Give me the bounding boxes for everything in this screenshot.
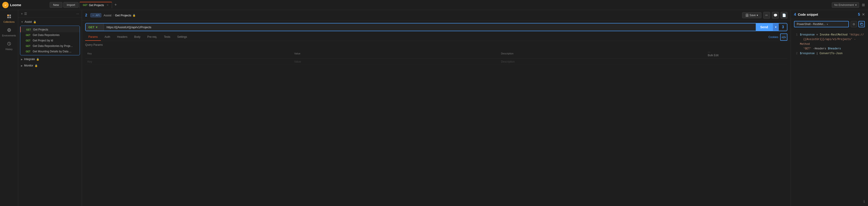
description-column-header: Description bbox=[499, 49, 706, 59]
topbar-tabs: New Import GET Get Projects ✕ + bbox=[50, 2, 830, 8]
settings-icon-button[interactable]: ⚙ bbox=[851, 21, 857, 27]
code-text: $response = Invoke-RestMethod 'https:// bbox=[800, 33, 864, 37]
add-tab-button[interactable]: + bbox=[113, 2, 118, 7]
save-button[interactable]: Save ▾ bbox=[742, 12, 762, 18]
add-collection-button[interactable]: + bbox=[21, 12, 23, 15]
code-panel-close-button[interactable]: ✕ bbox=[862, 12, 865, 16]
request-tabs: Params Auth Headers Body Pre-req. Tests bbox=[82, 33, 790, 41]
assist-collection-items: GET Get Projects GET Get Data Repositori… bbox=[20, 26, 80, 55]
topbar-right: No Environment ▾ ⊞ bbox=[832, 2, 866, 8]
req-tabs-right: Cookies </> bbox=[769, 33, 787, 41]
breadcrumb-prefix: Assist bbox=[103, 14, 112, 17]
list-item[interactable]: GET Get Data Repositories bbox=[20, 32, 80, 38]
integrate-lock-icon: 🔒 bbox=[36, 58, 39, 61]
document-icon-button[interactable]: 📄 bbox=[781, 12, 787, 19]
topbar-layout-icon[interactable]: ⊞ bbox=[861, 2, 866, 8]
copy-icon-button[interactable] bbox=[859, 21, 865, 27]
main-area: Collections Environments bbox=[0, 10, 868, 206]
method-chevron-icon: ▾ bbox=[96, 26, 97, 29]
request-header: 2 API Assist / Get Projects 🔒 bbox=[82, 10, 790, 21]
tab-prereq[interactable]: Pre-req. bbox=[144, 33, 160, 41]
send-dropdown-button[interactable]: ▾ bbox=[773, 24, 779, 31]
lang-chevron-icon: ▾ bbox=[827, 23, 828, 26]
new-button[interactable]: New bbox=[50, 2, 62, 8]
params-table: Key Value Description ··· Bulk Edit bbox=[85, 49, 787, 65]
monitor-section-header[interactable]: ▶ Monitor 🔒 bbox=[18, 63, 82, 69]
tab-params[interactable]: Params bbox=[85, 33, 101, 41]
edit-icon-button[interactable]: ✏ bbox=[763, 12, 770, 19]
method-selector[interactable]: GET ▾ bbox=[86, 24, 104, 31]
filter-icon[interactable]: ☰ bbox=[24, 12, 27, 15]
bulk-edit-button[interactable]: Bulk Edit bbox=[708, 54, 718, 57]
language-label: PowerShell - RestMet... bbox=[797, 23, 826, 26]
code-snippet-panel: 4 Code snippet 5 ✕ PowerShell - RestMet.… bbox=[790, 10, 868, 206]
item-name: Get Projects bbox=[33, 28, 48, 31]
code-text: {{AssistUrl}}/api/v1/Projects' -Method bbox=[800, 37, 865, 46]
svg-rect-1 bbox=[7, 14, 9, 16]
tab-close-icon[interactable]: ✕ bbox=[106, 4, 108, 7]
item-name: Get Data Repositories by Proje... bbox=[33, 44, 73, 47]
tree-section-assist: ▼ Assist 🔒 GET Get Projects GET Get Data… bbox=[18, 19, 82, 55]
integrate-chevron-icon: ▶ bbox=[21, 58, 23, 61]
topbar: Loome New Import GET Get Projects ✕ + No… bbox=[0, 0, 868, 10]
item-name: Get Mounting Details by Data ... bbox=[33, 50, 71, 53]
line-number: 2 bbox=[794, 51, 798, 56]
comment-icon-button[interactable]: 💬 bbox=[772, 12, 779, 19]
svg-rect-2 bbox=[9, 14, 11, 16]
tab-auth[interactable]: Auth bbox=[101, 33, 114, 41]
save-chevron-icon: ▾ bbox=[757, 14, 758, 17]
env-label: No Environment bbox=[834, 3, 854, 7]
logo-icon bbox=[2, 2, 9, 8]
active-tab[interactable]: GET Get Projects ✕ bbox=[80, 2, 112, 8]
query-params-title: Query Params bbox=[85, 43, 787, 46]
sidebar: Collections Environments bbox=[0, 10, 18, 206]
list-item[interactable]: GET Get Projects bbox=[20, 27, 80, 32]
line-number bbox=[794, 37, 798, 46]
send-button[interactable]: Send bbox=[756, 24, 773, 31]
code-panel-callout-num: 4 bbox=[794, 12, 796, 16]
list-item[interactable]: GET Get Mounting Details by Data ... bbox=[20, 49, 80, 54]
more-options-icon[interactable]: ··· bbox=[76, 12, 79, 15]
header-actions: Save ▾ ✏ 💬 📄 bbox=[742, 12, 787, 19]
tab-settings[interactable]: Settings bbox=[174, 33, 190, 41]
close-callout-num: 5 bbox=[858, 12, 860, 16]
sidebar-environments-label: Environments bbox=[2, 34, 16, 37]
item-name: Get Project by Id bbox=[33, 39, 53, 42]
method-badge-get: GET bbox=[25, 50, 31, 53]
code-actions: ⚙ bbox=[851, 21, 865, 27]
integrate-section-header[interactable]: ▶ Integrate 🔒 bbox=[18, 56, 82, 62]
sidebar-item-environments[interactable]: Environments bbox=[1, 26, 17, 39]
description-input[interactable] bbox=[501, 60, 703, 63]
method-label: GET bbox=[88, 26, 94, 29]
sidebar-item-history[interactable]: History bbox=[1, 40, 17, 53]
breadcrumb-separator: / bbox=[113, 14, 114, 17]
environment-selector[interactable]: No Environment ▾ bbox=[832, 2, 859, 8]
info-icon: ℹ bbox=[863, 199, 865, 204]
cookies-button[interactable]: Cookies bbox=[769, 35, 778, 39]
list-item[interactable]: GET Get Data Repositories by Proje... bbox=[20, 43, 80, 49]
params-area: Query Params Key Value Description bbox=[82, 41, 790, 206]
value-input[interactable] bbox=[294, 60, 496, 63]
tab-headers[interactable]: Headers bbox=[114, 33, 130, 41]
import-button[interactable]: Import bbox=[63, 2, 79, 8]
sidebar-item-collections[interactable]: Collections bbox=[1, 12, 17, 25]
app-name: Loome bbox=[10, 3, 21, 7]
code-line: {{AssistUrl}}/api/v1/Projects' -Method bbox=[794, 37, 865, 46]
assist-chevron-icon: ▼ bbox=[21, 21, 23, 23]
collections-icon bbox=[7, 14, 11, 20]
env-chevron-icon: ▾ bbox=[855, 3, 857, 7]
key-column-header: Key bbox=[85, 49, 292, 59]
code-line: 'GET' -Headers $headers bbox=[794, 46, 865, 51]
list-item[interactable]: GET Get Project by Id bbox=[20, 38, 80, 43]
tab-tests[interactable]: Tests bbox=[161, 33, 174, 41]
language-selector[interactable]: PowerShell - RestMet... ▾ bbox=[794, 21, 849, 27]
url-input[interactable] bbox=[104, 24, 756, 31]
key-input[interactable] bbox=[87, 60, 290, 63]
code-content: 1 $response = Invoke-RestMethod 'https:/… bbox=[791, 29, 868, 197]
bulk-edit-header: ··· Bulk Edit bbox=[706, 49, 787, 59]
tab-body[interactable]: Body bbox=[131, 33, 144, 41]
tab-method: GET bbox=[83, 4, 88, 6]
code-panel-footer: ℹ bbox=[791, 197, 868, 206]
code-snippet-toggle-button[interactable]: </> bbox=[780, 33, 787, 41]
assist-section-header[interactable]: ▼ Assist 🔒 bbox=[18, 19, 82, 25]
